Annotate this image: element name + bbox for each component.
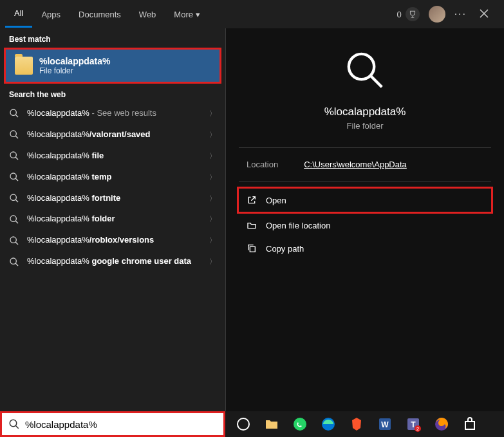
location-row: Location C:\Users\welcome\AppData xyxy=(239,148,491,181)
open-external-icon xyxy=(247,195,257,205)
web-result-text: %localappdata% fortnite xyxy=(27,193,201,204)
folder-icon xyxy=(15,57,33,75)
web-result-text: %localappdata% temp xyxy=(27,172,201,183)
taskbar-word[interactable]: W xyxy=(372,413,398,436)
detail-title: %localappdata% xyxy=(324,106,406,118)
search-icon xyxy=(9,129,19,140)
taskbar-store[interactable] xyxy=(457,413,483,436)
location-link[interactable]: C:\Users\welcome\AppData xyxy=(304,160,407,169)
svg-point-8 xyxy=(349,54,374,79)
svg-point-7 xyxy=(10,258,16,264)
action-label: Open xyxy=(266,196,286,205)
web-result-item[interactable]: %localappdata% google chrome user data 〉 xyxy=(0,251,225,272)
svg-point-11 xyxy=(238,418,249,430)
action-open[interactable]: Open xyxy=(237,187,493,214)
web-result-item[interactable]: %localappdata% - See web results 〉 xyxy=(0,103,225,124)
search-icon xyxy=(9,108,19,118)
action-copy-path[interactable]: Copy path xyxy=(239,237,491,260)
chevron-down-icon: ▾ xyxy=(196,10,200,19)
web-result-item[interactable]: %localappdata% fortnite 〉 xyxy=(0,188,225,209)
taskbar-cortana[interactable] xyxy=(230,413,256,436)
taskbar-teams[interactable]: T2 xyxy=(400,413,426,436)
best-match-subtitle: File folder xyxy=(39,66,110,75)
taskbar-file-explorer[interactable] xyxy=(259,413,285,436)
close-button[interactable] xyxy=(476,5,492,24)
web-result-item[interactable]: %localappdata% folder 〉 xyxy=(0,209,225,230)
svg-point-4 xyxy=(10,194,16,200)
edge-icon xyxy=(321,416,336,432)
action-open-file-location[interactable]: Open file location xyxy=(239,214,491,237)
tab-documents[interactable]: Documents xyxy=(70,2,130,27)
tabs-bar: All Apps Documents Web More ▾ 0 ··· xyxy=(0,0,504,28)
chevron-right-icon: 〉 xyxy=(209,130,216,140)
whatsapp-icon xyxy=(292,416,308,432)
more-options-button[interactable]: ··· xyxy=(454,8,467,20)
svg-point-2 xyxy=(10,152,16,158)
chevron-right-icon: 〉 xyxy=(209,257,216,266)
tab-all[interactable]: All xyxy=(5,1,32,28)
chevron-right-icon: 〉 xyxy=(209,194,216,203)
brave-icon xyxy=(349,416,364,432)
web-result-item[interactable]: %localappdata% temp 〉 xyxy=(0,167,225,188)
search-input[interactable] xyxy=(25,419,217,430)
web-result-text: %localappdata% file xyxy=(27,151,201,162)
tab-web[interactable]: Web xyxy=(130,2,165,27)
chevron-right-icon: 〉 xyxy=(209,214,216,224)
search-icon xyxy=(9,257,19,267)
svg-point-5 xyxy=(10,216,16,221)
search-icon xyxy=(9,172,19,182)
taskbar-firefox[interactable] xyxy=(429,413,454,436)
taskbar: WT2 xyxy=(225,411,504,437)
taskbar-whatsapp[interactable] xyxy=(287,413,313,436)
chevron-right-icon: 〉 xyxy=(209,151,216,161)
best-match-title: %localappdata% xyxy=(39,56,110,66)
search-large-icon xyxy=(342,48,387,93)
detail-pane: %localappdata% File folder Location C:\U… xyxy=(225,28,504,437)
svg-text:2: 2 xyxy=(416,426,420,432)
taskbar-edge[interactable] xyxy=(315,413,341,436)
web-result-text: %localappdata% folder xyxy=(27,214,201,225)
web-result-text: %localappdata% - See web results xyxy=(27,108,201,119)
windows-search-panel: All Apps Documents Web More ▾ 0 ··· Best… xyxy=(0,0,504,437)
action-label: Copy path xyxy=(266,244,304,254)
copy-icon xyxy=(247,243,257,254)
tab-more[interactable]: More ▾ xyxy=(165,2,209,27)
best-match-header: Best match xyxy=(0,28,225,48)
web-result-item[interactable]: %localappdata% file 〉 xyxy=(0,145,225,167)
word-icon: W xyxy=(377,416,393,432)
avatar[interactable] xyxy=(429,6,445,23)
cortana-icon xyxy=(236,416,251,432)
svg-point-1 xyxy=(10,131,16,136)
taskbar-brave[interactable] xyxy=(344,413,369,436)
search-icon xyxy=(9,214,19,225)
detail-subtitle: File folder xyxy=(346,121,383,131)
svg-point-12 xyxy=(294,418,306,431)
action-label: Open file location xyxy=(266,221,330,230)
folder-open-icon xyxy=(247,220,257,230)
chevron-right-icon: 〉 xyxy=(209,109,216,118)
firefox-icon xyxy=(434,416,449,432)
best-match-item[interactable]: %localappdata% File folder xyxy=(4,48,221,84)
search-input-container[interactable] xyxy=(0,411,225,437)
svg-rect-9 xyxy=(250,246,255,252)
svg-point-0 xyxy=(10,109,16,115)
web-result-item[interactable]: %localappdata%/valorant/saved 〉 xyxy=(0,124,225,145)
search-icon xyxy=(9,236,19,246)
web-result-text: %localappdata%/valorant/saved xyxy=(27,129,201,140)
tab-apps[interactable]: Apps xyxy=(32,2,70,27)
search-icon xyxy=(9,193,19,203)
results-column: Best match %localappdata% File folder Se… xyxy=(0,28,225,437)
chevron-right-icon: 〉 xyxy=(209,236,216,245)
svg-point-6 xyxy=(10,237,16,243)
web-results-header: Search the web xyxy=(0,84,225,103)
svg-point-3 xyxy=(10,173,16,179)
web-result-text: %localappdata% google chrome user data xyxy=(27,256,201,267)
web-result-text: %localappdata%/roblox/versions xyxy=(27,235,201,246)
search-icon xyxy=(9,151,19,161)
chevron-right-icon: 〉 xyxy=(209,172,216,182)
svg-point-10 xyxy=(10,420,17,427)
svg-text:W: W xyxy=(381,420,389,429)
rewards-badge[interactable]: 0 xyxy=(397,7,419,21)
teams-icon: T2 xyxy=(406,416,421,432)
web-result-item[interactable]: %localappdata%/roblox/versions 〉 xyxy=(0,230,225,251)
